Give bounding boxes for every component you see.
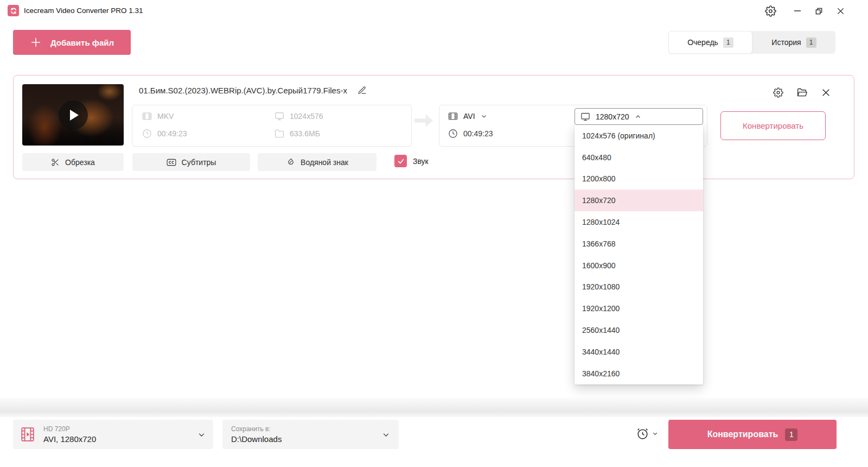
tab-queue[interactable]: Очередь 1 bbox=[668, 31, 752, 54]
chevron-down-icon bbox=[652, 431, 658, 437]
open-folder-icon[interactable] bbox=[794, 84, 810, 100]
resolution-option[interactable]: 640x480 bbox=[575, 147, 703, 168]
rename-icon[interactable] bbox=[356, 85, 368, 96]
source-duration: 00:49:23 bbox=[142, 129, 187, 138]
video-thumbnail[interactable] bbox=[22, 84, 124, 146]
clock-icon bbox=[448, 129, 458, 138]
convert-count-badge: 1 bbox=[785, 428, 797, 441]
resolution-option[interactable]: 3440x1440 bbox=[575, 341, 703, 363]
sound-checkbox-row[interactable]: Звук bbox=[394, 155, 429, 167]
preset-value: AVI, 1280x720 bbox=[43, 434, 96, 444]
film-icon bbox=[448, 111, 458, 121]
source-resolution: 1024x576 bbox=[275, 111, 323, 121]
chevron-down-icon bbox=[382, 431, 390, 439]
subtitles-label: Субтитры bbox=[182, 158, 216, 167]
check-icon bbox=[397, 157, 405, 165]
chevron-down-icon bbox=[197, 431, 206, 439]
preset-selector[interactable]: HD 720P AVI, 1280x720 bbox=[13, 420, 213, 449]
add-file-button[interactable]: Добавить файл bbox=[13, 30, 131, 55]
app-logo-icon bbox=[8, 5, 19, 16]
preset-title: HD 720P bbox=[43, 425, 96, 433]
cc-icon bbox=[167, 157, 176, 167]
bottom-bar-shadow bbox=[0, 397, 868, 417]
tab-history[interactable]: История 1 bbox=[752, 31, 835, 54]
resolution-dropdown: 1024x576 (оригинал) 640x480 1200x800 128… bbox=[575, 125, 703, 384]
scissors-icon bbox=[51, 158, 60, 167]
resolution-option[interactable]: 1920x1200 bbox=[575, 298, 703, 319]
resolution-option[interactable]: 1920x1080 bbox=[575, 276, 703, 298]
file-name: 01.Бим.S02.(2023).WEBRip.(AVC).by.Серый1… bbox=[139, 86, 347, 95]
output-format-select[interactable]: AVI bbox=[448, 111, 487, 121]
settings-icon[interactable] bbox=[761, 2, 780, 20]
save-to-path: D:\Downloads bbox=[231, 434, 282, 444]
source-format: MKV bbox=[142, 111, 174, 121]
watermark-label: Водяной знак bbox=[301, 158, 348, 167]
resolution-option-selected[interactable]: 1280x720 bbox=[575, 190, 703, 211]
sound-checkbox[interactable] bbox=[394, 155, 407, 167]
monitor-icon bbox=[580, 112, 590, 122]
bottom-bar: HD 720P AVI, 1280x720 Сохранить в: D:\Do… bbox=[0, 417, 868, 467]
preset-film-icon bbox=[21, 427, 35, 442]
tab-history-label: История bbox=[771, 38, 801, 47]
file-card: 01.Бим.S02.(2023).WEBRip.(AVC).by.Серый1… bbox=[13, 75, 854, 179]
plus-icon bbox=[30, 36, 42, 48]
queue-count-badge: 1 bbox=[723, 37, 733, 48]
source-size: 633.6МБ bbox=[275, 129, 320, 138]
save-to-label: Сохранить в: bbox=[231, 425, 282, 433]
row-settings-icon[interactable] bbox=[770, 84, 786, 100]
add-file-label: Добавить файл bbox=[50, 38, 114, 47]
watermark-button[interactable]: Водяной знак bbox=[258, 153, 376, 171]
minimize-button[interactable] bbox=[788, 2, 807, 20]
remove-file-icon[interactable] bbox=[818, 84, 834, 100]
watermark-icon bbox=[286, 157, 295, 167]
resolution-option[interactable]: 1280x1024 bbox=[575, 211, 703, 233]
trim-button[interactable]: Обрезка bbox=[22, 153, 124, 171]
app-title: Icecream Video Converter PRO 1.31 bbox=[24, 7, 143, 15]
trim-label: Обрезка bbox=[65, 158, 95, 167]
titlebar: Icecream Video Converter PRO 1.31 bbox=[0, 0, 868, 22]
resolution-option[interactable]: 1366x768 bbox=[575, 233, 703, 255]
alarm-clock-icon bbox=[636, 427, 649, 440]
chevron-down-icon bbox=[481, 113, 487, 119]
resolution-option[interactable]: 3840x2160 bbox=[575, 363, 703, 384]
tabs: Очередь 1 История 1 bbox=[668, 31, 835, 54]
schedule-button[interactable] bbox=[636, 427, 658, 440]
clock-icon bbox=[142, 129, 152, 138]
maximize-restore-button[interactable] bbox=[809, 2, 828, 20]
output-duration: 00:49:23 bbox=[448, 129, 493, 138]
history-count-badge: 1 bbox=[806, 37, 816, 48]
sound-label: Звук bbox=[413, 157, 429, 166]
row-convert-button[interactable]: Конвертировать bbox=[720, 111, 826, 140]
resolution-option[interactable]: 1024x576 (оригинал) bbox=[575, 125, 703, 147]
monitor-icon bbox=[275, 111, 284, 121]
arrow-right-icon bbox=[413, 112, 434, 129]
play-icon[interactable] bbox=[59, 100, 88, 130]
film-icon bbox=[142, 111, 152, 121]
close-button[interactable] bbox=[831, 2, 850, 20]
folder-icon bbox=[275, 129, 284, 138]
source-info-box: MKV 1024x576 00:49:23 633.6МБ bbox=[132, 105, 412, 147]
convert-all-button[interactable]: Конвертировать 1 bbox=[668, 420, 837, 449]
resolution-option[interactable]: 2560x1440 bbox=[575, 319, 703, 341]
resolution-select-value: 1280x720 bbox=[596, 112, 629, 121]
save-destination-selector[interactable]: Сохранить в: D:\Downloads bbox=[222, 420, 399, 449]
tab-queue-label: Очередь bbox=[687, 38, 718, 47]
resolution-option[interactable]: 1200x800 bbox=[575, 168, 703, 190]
output-format-value: AVI bbox=[463, 112, 475, 121]
subtitles-button[interactable]: Субтитры bbox=[132, 153, 250, 171]
convert-all-label: Конвертировать bbox=[707, 430, 778, 439]
chevron-up-icon bbox=[635, 113, 641, 120]
resolution-select[interactable]: 1280x720 bbox=[575, 108, 703, 125]
resolution-option[interactable]: 1600x900 bbox=[575, 255, 703, 276]
